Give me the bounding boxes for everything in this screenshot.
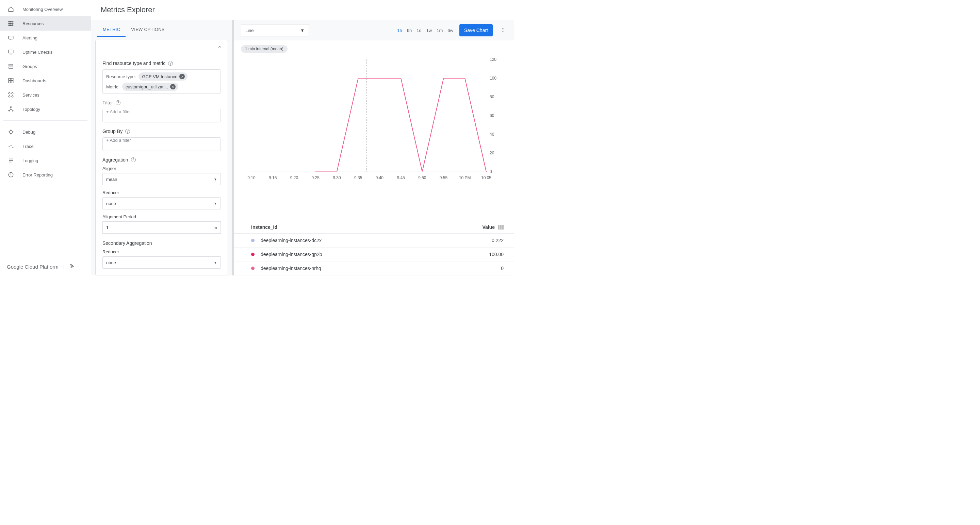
save-chart-button[interactable]: Save Chart — [460, 24, 493, 36]
help-icon[interactable]: ? — [125, 129, 130, 134]
monitor-icon — [8, 49, 14, 56]
series-value: 0.222 — [492, 238, 504, 243]
table-row[interactable]: deeplearning-instances-nrhq0 — [234, 262, 514, 275]
stack-icon — [8, 63, 14, 70]
help-icon[interactable]: ? — [168, 61, 173, 66]
sidebar-item-label: Groups — [22, 64, 37, 69]
svg-rect-11 — [9, 64, 13, 66]
table-row[interactable]: deeplearning-instances-dc2x0.222 — [234, 233, 514, 247]
filter-label: Filter — [102, 100, 113, 105]
svg-text:10 PM: 10 PM — [459, 176, 471, 180]
sidebar-item-trace[interactable]: Trace — [0, 139, 91, 153]
reducer-select[interactable]: none▼ — [102, 197, 221, 209]
svg-text:9:30: 9:30 — [333, 176, 341, 180]
timerange-1w[interactable]: 1w — [426, 28, 432, 33]
table-col-value: Value — [482, 224, 495, 230]
sidebar-item-label: Services — [22, 92, 40, 98]
svg-text:80: 80 — [490, 95, 495, 99]
svg-point-17 — [8, 92, 10, 94]
sidebar-item-label: Error Reporting — [22, 172, 53, 178]
svg-text:10:05: 10:05 — [481, 176, 492, 180]
svg-point-6 — [8, 25, 10, 26]
series-color-dot — [251, 239, 255, 242]
svg-point-21 — [11, 107, 11, 108]
secondary-aggregation-label: Secondary Aggregation — [102, 240, 152, 246]
svg-point-29 — [503, 31, 504, 32]
sidebar-separator — [3, 121, 88, 121]
sidebar-item-alerting[interactable]: Alerting — [0, 30, 91, 45]
aligner-select[interactable]: mean▼ — [102, 173, 221, 185]
timerange-1m[interactable]: 1m — [437, 28, 443, 33]
svg-text:120: 120 — [490, 57, 496, 62]
line-chart[interactable]: 0204060801001209:109:159:209:259:309:359… — [241, 56, 507, 182]
help-icon[interactable]: ? — [116, 100, 121, 105]
svg-point-20 — [11, 95, 13, 97]
svg-rect-15 — [8, 81, 11, 83]
page-title: Metrics Explorer — [91, 0, 514, 20]
chevron-down-icon: ▼ — [300, 28, 305, 33]
alignment-period-input[interactable]: m — [102, 221, 221, 233]
table-row[interactable]: deeplearning-instances-gp2b100.00 — [234, 247, 514, 262]
sidebar-item-error-reporting[interactable]: Error Reporting — [0, 168, 91, 182]
close-icon[interactable]: × — [170, 84, 176, 89]
trace-icon — [8, 143, 14, 150]
sidebar-item-resources[interactable]: Resources — [0, 16, 91, 30]
more-icon[interactable] — [499, 26, 507, 35]
sidebar-footer: Google Cloud Platform | — [0, 258, 91, 275]
sidebar-item-logging[interactable]: Logging — [0, 153, 91, 168]
table-col-instance: instance_id — [251, 224, 277, 230]
metric-label: Metric: — [106, 84, 119, 89]
secondary-reducer-select[interactable]: none▼ — [102, 256, 221, 269]
metric-chip[interactable]: custom/gpu_utilizati... × — [122, 82, 178, 91]
interval-pill: 1 min interval (mean) — [241, 45, 288, 53]
sidebar-item-label: Debug — [22, 130, 35, 135]
tab-view-options[interactable]: VIEW OPTIONS — [126, 20, 170, 37]
timerange-1d[interactable]: 1d — [417, 28, 421, 33]
chart-toolbar: Line ▼ 1h6h1d1w1m6w Save Chart — [234, 20, 514, 40]
svg-point-19 — [8, 95, 10, 97]
pin-icon[interactable] — [69, 263, 75, 270]
svg-text:40: 40 — [490, 132, 495, 137]
resource-type-chip[interactable]: GCE VM Instance × — [138, 73, 188, 81]
svg-text:9:50: 9:50 — [418, 176, 426, 180]
close-icon[interactable]: × — [179, 74, 185, 79]
sidebar-item-services[interactable]: Services — [0, 88, 91, 102]
svg-rect-9 — [8, 36, 13, 39]
help-icon[interactable]: ? — [131, 157, 136, 162]
filter-input[interactable]: + Add a filter — [102, 109, 221, 122]
chevron-up-icon[interactable] — [218, 44, 222, 50]
sidebar-item-dashboards[interactable]: Dashboards — [0, 73, 91, 88]
series-name: deeplearning-instances-nrhq — [261, 266, 321, 271]
timerange-6h[interactable]: 6h — [407, 28, 412, 33]
sidebar-item-debug[interactable]: Debug — [0, 125, 91, 139]
find-metric-label: Find resource type and metric — [102, 60, 165, 66]
sidebar-item-label: Uptime Checks — [22, 50, 52, 55]
sidebar-item-monitoring-overview[interactable]: Monitoring Overview — [0, 2, 91, 16]
groupby-input[interactable]: + Add a filter — [102, 137, 221, 151]
svg-text:9:25: 9:25 — [312, 176, 320, 180]
sidebar-item-label: Resources — [22, 21, 43, 26]
legend-table: instance_id Value deeplearning-instances… — [234, 220, 514, 275]
sidebar-item-uptime-checks[interactable]: Uptime Checks — [0, 45, 91, 59]
timerange-1h[interactable]: 1h — [397, 28, 402, 33]
svg-text:9:40: 9:40 — [375, 176, 384, 180]
sidebar-item-topology[interactable]: Topology — [0, 102, 91, 116]
resource-type-label: Resource type: — [106, 74, 136, 79]
timerange-6w[interactable]: 6w — [447, 28, 453, 33]
metric-input-box[interactable]: Resource type: GCE VM Instance × Metric:… — [102, 69, 221, 94]
svg-point-4 — [11, 23, 11, 24]
chart-type-select[interactable]: Line ▼ — [241, 24, 309, 36]
sidebar-item-label: Logging — [22, 158, 38, 163]
sidebar-item-groups[interactable]: Groups — [0, 59, 91, 73]
tab-metric[interactable]: METRIC — [97, 20, 126, 37]
sidebar-item-label: Monitoring Overview — [22, 7, 63, 12]
svg-text:0: 0 — [490, 169, 492, 174]
series-color-dot — [251, 253, 255, 256]
svg-text:9:10: 9:10 — [247, 176, 256, 180]
logging-icon — [8, 157, 14, 164]
svg-rect-13 — [8, 78, 11, 80]
svg-rect-12 — [9, 67, 13, 69]
series-value: 100.00 — [489, 252, 504, 257]
sidebar: Monitoring OverviewResourcesAlertingUpti… — [0, 0, 91, 275]
columns-icon[interactable] — [498, 225, 504, 230]
